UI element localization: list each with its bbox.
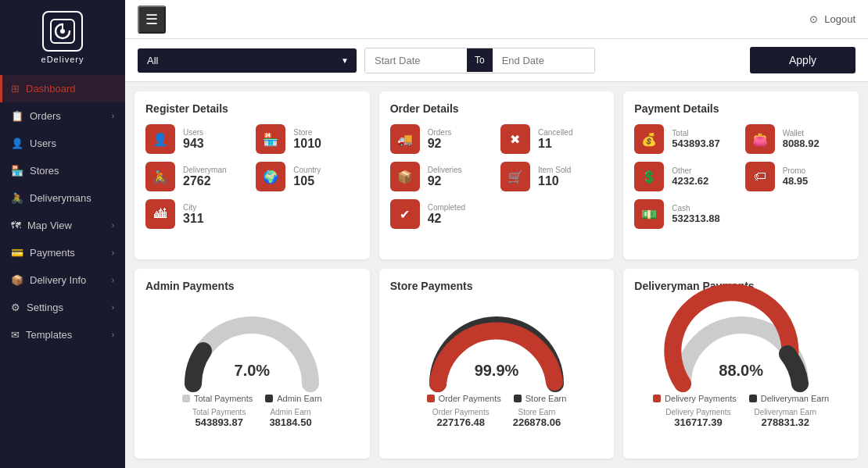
sidebar-item-stores[interactable]: 🏪 Stores — [0, 157, 125, 184]
store-payments-card: Store Payments 99.9% Order Payments — [379, 269, 615, 459]
stat-info: Users 943 — [183, 128, 204, 151]
deliveryman-gauge-values: Delivery Payments 316717.39 Deliveryman … — [665, 408, 816, 428]
stat-info: Item Sold 110 — [538, 166, 571, 188]
promo-stat-icon: 🏷 — [745, 162, 775, 191]
legend-admin-earn: Admin Earn — [265, 394, 321, 403]
start-date-input[interactable] — [365, 48, 467, 73]
stat-label: Completed — [428, 203, 465, 212]
legend-dot — [427, 395, 435, 402]
main-content: ☰ ⊙ Logout All To Apply Register Details… — [125, 0, 868, 468]
legend-dot — [514, 395, 522, 402]
legend-dot — [265, 395, 273, 402]
end-date-input[interactable] — [493, 48, 594, 73]
filter-select-wrapper: All — [138, 48, 357, 73]
gauge-val-store-earn: Store Earn 226878.06 — [513, 408, 561, 428]
gauge-val-num: 227176.48 — [432, 416, 490, 428]
sidebar-item-label: Delivery Info — [30, 274, 86, 286]
date-range: To — [364, 48, 595, 73]
logout-button[interactable]: ⊙ Logout — [809, 13, 855, 25]
sidebar-item-dashboard[interactable]: ⊞ Dashboard — [0, 75, 125, 102]
chevron-right-icon: › — [112, 248, 114, 257]
hamburger-button[interactable]: ☰ — [138, 5, 166, 34]
stat-value: 311 — [183, 212, 204, 226]
stat-users: 👤 Users 943 — [145, 124, 248, 154]
stat-value: 4232.62 — [672, 175, 708, 187]
map-icon: 🗺 — [11, 220, 21, 231]
legend-label: Total Payments — [194, 394, 253, 403]
apply-button[interactable]: Apply — [750, 47, 855, 73]
stat-value: 943 — [183, 137, 204, 151]
register-stat-grid: 👤 Users 943 🏪 Store 1010 🚴 — [145, 124, 359, 229]
chevron-right-icon: › — [112, 330, 114, 339]
stat-value: 11 — [538, 137, 572, 151]
sidebar: eDelivery ⊞ Dashboard 📋 Orders › 👤 Users… — [0, 0, 125, 468]
stores-icon: 🏪 — [11, 165, 23, 177]
stat-value: 110 — [538, 174, 571, 188]
sidebar-item-orders[interactable]: 📋 Orders › — [0, 102, 125, 130]
sidebar-item-templates[interactable]: ✉ Templates › — [0, 321, 125, 348]
store-gauge-container: 99.9% Order Payments Store Earn Order Pa… — [390, 302, 604, 428]
city-stat-icon: 🏙 — [145, 199, 175, 229]
sidebar-item-delivery-info[interactable]: 📦 Delivery Info › — [0, 266, 125, 294]
users-icon: 👤 — [11, 138, 23, 149]
admin-gauge-wrap: 7.0% — [181, 309, 322, 388]
gauge-val-label: Order Payments — [432, 408, 490, 416]
deliveryman-gauge-percent: 88.0% — [719, 362, 763, 380]
stat-value: 1010 — [293, 137, 321, 151]
stat-label: Cash — [672, 204, 719, 213]
gauge-val-label: Deliveryman Earn — [755, 408, 816, 416]
gauge-val-num: 226878.06 — [513, 416, 561, 428]
register-details-card: Register Details 👤 Users 943 🏪 Store 101… — [135, 91, 370, 259]
legend-label: Deliveryman Earn — [761, 394, 829, 403]
deliveryman-gauge-container: 88.0% Delivery Payments Deliveryman Earn… — [634, 302, 848, 428]
sidebar-item-deliverymans[interactable]: 🚴 Deliverymans — [0, 184, 125, 212]
stat-info: Cancelled 11 — [538, 128, 572, 151]
sidebar-item-payments[interactable]: 💳 Payments › — [0, 239, 125, 266]
svg-rect-2 — [186, 373, 199, 386]
chevron-right-icon: › — [112, 276, 114, 284]
store-gauge-percent: 99.9% — [475, 362, 519, 380]
dashboard-icon: ⊞ — [11, 83, 20, 95]
gauge-val-num: 543893.87 — [192, 416, 246, 428]
wallet-stat-icon: 👛 — [745, 124, 775, 154]
stat-item-sold: 🛒 Item Sold 110 — [500, 162, 603, 191]
store-gauge-legend: Order Payments Store Earn — [427, 394, 567, 403]
payments-icon: 💳 — [11, 247, 23, 259]
stat-total: 💰 Total 543893.87 — [634, 124, 737, 154]
stat-completed: ✔ Completed 42 — [390, 199, 493, 229]
stat-label: Other — [672, 166, 708, 175]
stat-label: Total — [672, 129, 719, 138]
stat-label: Promo — [783, 166, 809, 175]
stat-label: Deliveries — [428, 166, 462, 174]
deliveryman-stat-icon: 🚴 — [145, 162, 175, 191]
stat-cancelled: ✖ Cancelled 11 — [500, 124, 603, 154]
stat-wallet: 👛 Wallet 8088.92 — [745, 124, 848, 154]
deliveries-stat-icon: 📦 — [390, 162, 420, 191]
register-details-title: Register Details — [145, 102, 359, 115]
filter-select[interactable]: All — [138, 48, 357, 73]
stat-info: Other 4232.62 — [672, 166, 708, 187]
chevron-right-icon: › — [112, 303, 114, 312]
legend-store-earn: Store Earn — [514, 394, 567, 403]
legend-label: Admin Earn — [277, 394, 321, 403]
stat-info: Total 543893.87 — [672, 129, 719, 149]
other-stat-icon: 💲 — [634, 162, 664, 191]
store-stat-icon: 🏪 — [256, 124, 285, 154]
sidebar-item-users[interactable]: 👤 Users — [0, 130, 125, 157]
sidebar-item-label: Templates — [26, 329, 72, 341]
sidebar-item-label: Map View — [27, 220, 72, 231]
sidebar-item-settings[interactable]: ⚙ Settings › — [0, 294, 125, 321]
order-details-card: Order Details 🚚 Orders 92 ✖ Cancelled 11 — [379, 91, 615, 259]
stat-label: Item Sold — [538, 166, 571, 174]
date-separator: To — [467, 48, 493, 72]
sidebar-item-map-view[interactable]: 🗺 Map View › — [0, 212, 125, 239]
cancelled-stat-icon: ✖ — [500, 124, 530, 154]
payment-details-title: Payment Details — [634, 102, 848, 115]
admin-payments-card: Admin Payments 7.0% — [135, 269, 370, 459]
stat-value: 543893.87 — [672, 138, 719, 149]
stat-other: 💲 Other 4232.62 — [634, 162, 737, 191]
stat-deliveries: 📦 Deliveries 92 — [390, 162, 493, 191]
stat-deliveryman: 🚴 Deliveryman 2762 — [145, 162, 248, 191]
legend-label: Delivery Payments — [665, 394, 737, 403]
stat-info: Orders 92 — [428, 128, 452, 151]
